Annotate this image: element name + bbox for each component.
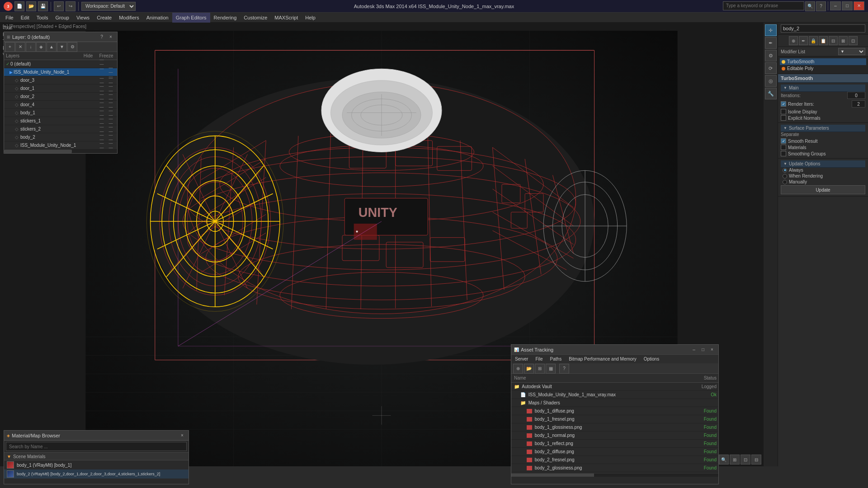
- search-input[interactable]: [723, 1, 804, 10]
- layers-settings-btn[interactable]: ⚙: [67, 42, 77, 52]
- prop-icon-3[interactable]: 🔒: [809, 36, 818, 45]
- asset-menu-file[interactable]: File: [532, 355, 546, 364]
- layer-item-door3[interactable]: ◇ door_3 — — — —: [4, 76, 117, 84]
- menu-customize[interactable]: Customize: [240, 13, 271, 23]
- workspace-select[interactable]: Workspace: Default: [81, 2, 136, 11]
- asset-row-img-7[interactable]: body_2_glossiness.png Found: [511, 464, 718, 472]
- title-open-btn[interactable]: 📂: [26, 1, 36, 11]
- prop-icon-4[interactable]: 📋: [819, 36, 828, 45]
- search-btn[interactable]: 🔍: [805, 1, 815, 11]
- layer-item-door2[interactable]: ◇ door_2 — — — —: [4, 93, 117, 101]
- asset-row-iss-file[interactable]: 📄 ISS_Module_Unity_Node_1_max_vray.max O…: [511, 391, 718, 399]
- ts-update-title[interactable]: ▼ Update Options: [781, 160, 865, 168]
- layer-item-1[interactable]: ▶ ISS_Module_Unity_Node_1 — — —: [4, 68, 117, 76]
- asset-table-body[interactable]: 📁 Autodesk Vault Logged 📄 ISS_Module_Uni…: [511, 383, 718, 473]
- menu-views[interactable]: Views: [73, 13, 93, 23]
- menu-rendering[interactable]: Rendering: [210, 13, 241, 23]
- menu-modifiers[interactable]: Modifiers: [115, 13, 143, 23]
- prop-icon-2[interactable]: ✒: [799, 36, 808, 45]
- modifier-dropdown[interactable]: ▼: [838, 48, 865, 55]
- asset-row-img-5[interactable]: body_2_diffuse.png Found: [511, 448, 718, 456]
- asset-row-vault[interactable]: 📁 Autodesk Vault Logged: [511, 383, 718, 391]
- layers-scrollbar[interactable]: [4, 150, 117, 153]
- material-search-input[interactable]: [6, 442, 187, 451]
- asset-row-img-3[interactable]: body_1_normal.png Found: [511, 432, 718, 440]
- layer-item-stickers1[interactable]: ◇ stickers_1 — — — —: [4, 117, 117, 125]
- layers-move-up-btn[interactable]: ▲: [47, 42, 57, 52]
- ts-materials-checkbox[interactable]: [781, 145, 786, 150]
- layer-item-issnode[interactable]: ◇ ISS_Module_Unity_Node_1 — — — —: [4, 141, 117, 150]
- layers-move-down-btn[interactable]: ▼: [57, 42, 67, 52]
- ts-update-btn[interactable]: Update: [781, 185, 865, 194]
- window-close-btn[interactable]: ✕: [854, 1, 864, 10]
- title-undo-btn[interactable]: ↩: [54, 1, 64, 11]
- ts-smoothing-groups-checkbox[interactable]: [781, 151, 786, 156]
- layer-item-stickers2[interactable]: ◇ stickers_2 — — — —: [4, 125, 117, 133]
- layers-scrollbar-thumb[interactable]: [4, 150, 72, 153]
- icon-motion-btn[interactable]: ⟳: [765, 62, 777, 74]
- asset-row-img-1[interactable]: body_1_fresnel.png Found: [511, 415, 718, 423]
- nav-zoom-btn[interactable]: 🔍: [719, 455, 729, 465]
- menu-edit[interactable]: Edit: [17, 13, 33, 23]
- asset-scrollbar-thumb[interactable]: [511, 474, 594, 477]
- title-save-btn[interactable]: 💾: [38, 1, 48, 11]
- menu-animation[interactable]: Animation: [143, 13, 172, 23]
- ts-isoline-checkbox[interactable]: [781, 109, 786, 114]
- window-maximize-btn[interactable]: □: [842, 1, 853, 10]
- asset-menu-bitmap[interactable]: Bitmap Performance and Memory: [565, 355, 640, 364]
- layers-add-sel-btn[interactable]: ↓: [26, 42, 36, 52]
- ts-render-iters-input[interactable]: [852, 100, 865, 108]
- window-minimize-btn[interactable]: –: [830, 1, 841, 10]
- title-new-btn[interactable]: 📄: [14, 1, 24, 11]
- nav-fov-btn[interactable]: ⊞: [730, 455, 740, 465]
- asset-btn-1[interactable]: ⊕: [513, 364, 523, 374]
- menu-tools[interactable]: Tools: [33, 13, 52, 23]
- nav-zoomsel-btn[interactable]: ⊟: [751, 455, 761, 465]
- asset-scrollbar-h[interactable]: [511, 473, 718, 477]
- asset-row-img-6[interactable]: body_2_fresnel.png Found: [511, 456, 718, 464]
- layers-sel-btn[interactable]: ◈: [36, 42, 46, 52]
- title-redo-btn[interactable]: ↪: [66, 1, 75, 11]
- material-item-body1[interactable]: body_1 (VRayMtl) [body_1]: [4, 460, 189, 469]
- help-btn[interactable]: ?: [816, 1, 826, 11]
- asset-row-img-0[interactable]: body_1_diffuse.png Found: [511, 407, 718, 415]
- layers-new-btn[interactable]: +: [5, 42, 15, 52]
- ts-render-iters-checkbox[interactable]: ✓: [781, 101, 786, 107]
- layers-help-btn[interactable]: ?: [98, 33, 105, 41]
- nav-zoomall-btn[interactable]: ⊡: [741, 455, 750, 465]
- asset-btn-help[interactable]: ?: [559, 364, 569, 374]
- asset-row-img-2[interactable]: body_1_glossiness.png Found: [511, 423, 718, 432]
- asset-tracking-close-btn[interactable]: ×: [708, 346, 716, 353]
- modifier-editablepoly[interactable]: Editable Poly: [780, 65, 866, 72]
- asset-btn-3[interactable]: ⊞: [535, 364, 545, 374]
- prop-icon-7[interactable]: ⊡: [849, 36, 858, 45]
- material-item-body2[interactable]: body_2 (VRayMtl) [body_2,door_1,door_2,d…: [4, 469, 189, 479]
- asset-row-maps[interactable]: 📁 Maps / Shaders: [511, 399, 718, 407]
- icon-create-btn[interactable]: ✛: [765, 24, 777, 36]
- ts-smooth-result-checkbox[interactable]: ✓: [781, 138, 786, 144]
- menu-file[interactable]: File: [2, 13, 17, 23]
- asset-row-img-4[interactable]: body_1_reflect.png Found: [511, 440, 718, 448]
- asset-tracking-minimize-btn[interactable]: –: [690, 346, 698, 353]
- layer-item-door1[interactable]: ◇ door_1 — — — —: [4, 84, 117, 93]
- icon-hierarchy-btn[interactable]: ⚙: [765, 50, 777, 61]
- layers-close-btn[interactable]: ×: [107, 33, 114, 41]
- material-browser-close-btn[interactable]: ×: [179, 432, 186, 439]
- prop-icon-5[interactable]: ⊟: [829, 36, 838, 45]
- ts-main-title[interactable]: ▼ Main: [781, 84, 865, 92]
- menu-help[interactable]: Help: [302, 13, 319, 23]
- menu-maxscript[interactable]: MAXScript: [271, 13, 302, 23]
- asset-btn-4[interactable]: ▦: [546, 364, 556, 374]
- layer-item-body2[interactable]: ◇ body_2 — — — —: [4, 133, 117, 141]
- ts-explicit-checkbox[interactable]: [781, 115, 786, 121]
- ts-iterations-input[interactable]: [847, 92, 865, 99]
- layers-delete-btn[interactable]: ✕: [15, 42, 25, 52]
- ts-surface-title[interactable]: ▼ Surface Parameters: [781, 125, 865, 132]
- icon-modify-btn[interactable]: ✒: [765, 37, 777, 49]
- prop-icon-1[interactable]: ⊕: [789, 36, 798, 45]
- asset-tracking-maximize-btn[interactable]: □: [699, 346, 707, 353]
- asset-btn-2[interactable]: 📂: [524, 364, 534, 374]
- object-name-field[interactable]: [781, 24, 865, 33]
- layer-item-door4[interactable]: ◇ door_4 — — — —: [4, 101, 117, 109]
- prop-icon-6[interactable]: ⊠: [839, 36, 848, 45]
